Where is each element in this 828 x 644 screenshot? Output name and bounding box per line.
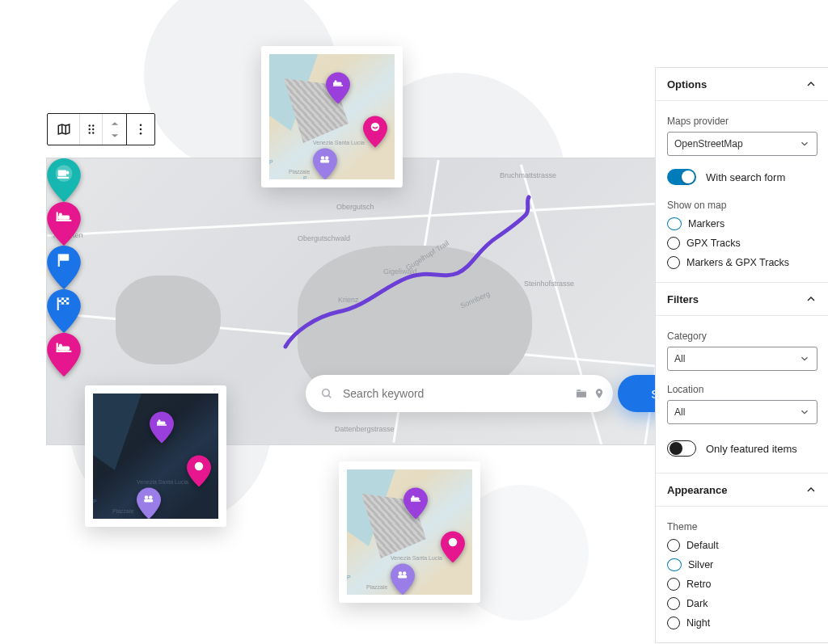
svg-point-7	[140, 128, 142, 131]
panel-options-header[interactable]: Options	[656, 68, 828, 101]
svg-point-49	[449, 538, 458, 547]
location-filter-icon[interactable]	[590, 387, 608, 400]
svg-point-31	[598, 391, 601, 394]
svg-rect-41	[157, 424, 167, 426]
panel-appearance-header[interactable]: Appearance	[656, 474, 828, 507]
svg-rect-34	[333, 85, 343, 86]
panel-appearance-body: Theme Default Silver Retro Dark Night	[656, 507, 828, 642]
chevron-down-icon	[799, 353, 810, 364]
svg-rect-39	[157, 422, 166, 425]
panel-options-body: Maps provider OpenStreetMap With search …	[656, 101, 828, 283]
thumb-marker	[326, 72, 350, 104]
chevron-up-icon	[805, 483, 817, 496]
show-on-map-radios: Markers GPX Tracks Markers & GPX Tracks	[667, 217, 817, 269]
svg-rect-22	[61, 300, 64, 302]
radio-theme-dark[interactable]: Dark	[667, 597, 817, 610]
more-options-button[interactable]	[127, 114, 154, 145]
move-up-button[interactable]	[111, 117, 119, 129]
radio-gpx[interactable]: GPX Tracks	[667, 237, 817, 250]
search-input[interactable]	[341, 386, 572, 401]
svg-point-43	[145, 495, 149, 499]
svg-point-44	[149, 495, 153, 499]
radio-theme-night[interactable]: Night	[667, 617, 817, 629]
map-marker-cafe[interactable]	[47, 158, 81, 202]
svg-point-8	[140, 133, 142, 135]
radio-theme-default[interactable]: Default	[667, 539, 817, 552]
drag-handle-button[interactable]	[80, 114, 103, 145]
svg-rect-18	[57, 297, 59, 310]
theme-thumbnail-default[interactable]: Venezia Santa Lucia Piazzale P P	[261, 46, 403, 187]
thumb-marker	[150, 411, 174, 444]
thumb-marker	[313, 148, 337, 179]
block-type-button[interactable]	[48, 114, 80, 145]
svg-rect-32	[333, 82, 342, 86]
svg-rect-11	[66, 171, 69, 175]
theme-thumbnail-retro[interactable]: Venezia Santa Lucia Piazzale P	[339, 461, 480, 603]
map-marker-route-end[interactable]	[47, 289, 81, 333]
more-options-icon	[133, 122, 148, 137]
search-form-toggle[interactable]	[667, 169, 696, 185]
svg-point-5	[92, 132, 94, 133]
panel-title: Options	[667, 78, 707, 90]
block-toolbar	[47, 113, 155, 145]
svg-point-50	[399, 571, 403, 575]
block-settings-sidebar: Options Maps provider OpenStreetMap With…	[655, 67, 828, 643]
move-down-button[interactable]	[111, 129, 119, 141]
map-marker-route-start[interactable]	[47, 246, 81, 289]
svg-rect-12	[57, 177, 70, 179]
theme-radios: Default Silver Retro Dark Night	[667, 539, 817, 629]
thumb-marker	[441, 531, 465, 563]
chevron-up-icon	[111, 120, 119, 127]
show-on-map-label: Show on map	[667, 200, 817, 211]
svg-rect-45	[144, 499, 153, 503]
svg-point-28	[59, 344, 62, 347]
svg-point-2	[88, 128, 90, 130]
svg-point-0	[88, 124, 90, 126]
search-form-label: With search form	[706, 171, 785, 183]
svg-rect-16	[57, 220, 72, 221]
svg-rect-29	[57, 351, 72, 352]
thumb-marker	[187, 455, 211, 487]
svg-point-35	[371, 123, 380, 132]
theme-thumbnail-dark[interactable]: Venezia Santa Lucia Piazzale P	[85, 385, 226, 527]
featured-toggle[interactable]	[667, 440, 696, 457]
category-label: Category	[667, 330, 817, 342]
panel-filters-header[interactable]: Filters	[656, 283, 828, 316]
provider-label: Maps provider	[667, 116, 817, 127]
svg-point-42	[195, 462, 204, 471]
map-search-bar	[306, 375, 613, 412]
svg-point-3	[92, 128, 94, 130]
chevron-up-icon	[805, 293, 817, 305]
thumb-marker	[363, 116, 387, 148]
category-selected-value: All	[674, 353, 685, 364]
svg-rect-21	[64, 297, 66, 300]
map-marker-hotel[interactable]	[47, 333, 81, 377]
radio-both[interactable]: Markers & GPX Tracks	[667, 256, 817, 269]
svg-rect-25	[64, 302, 66, 305]
svg-point-36	[321, 156, 325, 160]
search-icon	[320, 387, 333, 400]
svg-point-15	[59, 213, 62, 217]
provider-select[interactable]: OpenStreetMap	[667, 132, 817, 156]
radio-markers[interactable]: Markers	[667, 217, 817, 230]
location-select[interactable]: All	[667, 400, 817, 424]
map-marker-hotel[interactable]	[47, 202, 81, 246]
svg-rect-24	[59, 302, 61, 305]
category-select[interactable]: All	[667, 347, 817, 371]
location-selected-value: All	[674, 406, 685, 418]
location-label: Location	[667, 384, 817, 395]
svg-rect-17	[58, 254, 60, 267]
theme-label: Theme	[667, 521, 817, 532]
svg-point-40	[158, 419, 161, 422]
svg-rect-23	[66, 300, 69, 302]
svg-rect-46	[411, 498, 420, 501]
svg-rect-10	[58, 170, 66, 176]
panel-title: Appearance	[667, 484, 727, 496]
radio-theme-retro[interactable]: Retro	[667, 578, 817, 591]
category-filter-icon[interactable]	[572, 387, 590, 400]
panel-filters-body: Category All Location All Only featured …	[656, 316, 828, 474]
chevron-up-icon	[805, 78, 817, 90]
svg-point-1	[92, 124, 94, 126]
radio-theme-silver[interactable]: Silver	[667, 558, 817, 571]
chevron-down-icon	[799, 406, 810, 418]
